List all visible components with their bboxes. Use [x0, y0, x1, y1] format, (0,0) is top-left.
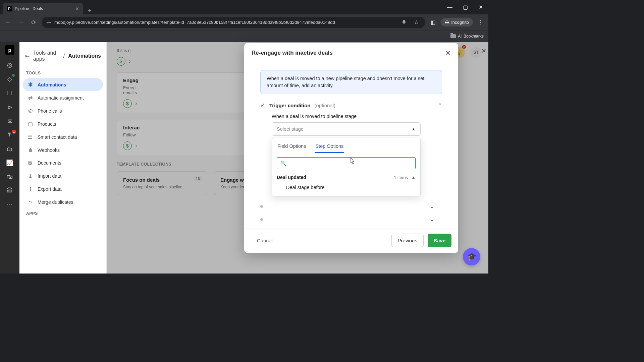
rail-contacts-icon[interactable]: 🗂	[7, 145, 13, 153]
close-window-icon[interactable]: ✕	[473, 0, 488, 14]
tab-step-options[interactable]: Step Options	[315, 142, 344, 153]
maximize-icon[interactable]: ▢	[458, 0, 473, 14]
rail-products-icon[interactable]: 🛍	[7, 173, 13, 180]
back-icon[interactable]: ←	[3, 19, 13, 26]
section-label-apps: APPS	[23, 208, 103, 219]
search-input[interactable]	[289, 161, 412, 166]
address-bar[interactable]: ⊶ moodjoy.pipedrive.com/settings/automat…	[42, 17, 425, 28]
rail-activities-icon[interactable]: 🗓1	[7, 132, 13, 139]
breadcrumb-current: Automations	[68, 53, 101, 59]
main-area: ✕ ⊞ ? 💡2 ST If it is n $› Engag Every t …	[107, 42, 488, 274]
option-deal-stage-before[interactable]: Deal stage before	[277, 180, 416, 193]
trigger-label: When a deal is moved to pipeline stage	[272, 114, 442, 119]
folder-icon	[450, 34, 456, 38]
rail-target-icon[interactable]: ◎	[7, 61, 12, 69]
section-label-tools: TOOLS	[23, 68, 103, 78]
sidebar-item-merge[interactable]: ⤳Merge duplicates	[23, 195, 103, 208]
minimize-icon[interactable]: —	[442, 0, 458, 14]
trigger-title: Trigger condition	[269, 103, 311, 108]
eye-off-icon[interactable]: 👁	[400, 19, 409, 25]
select-placeholder: Select stage	[277, 126, 304, 132]
sidebar-item-webhooks[interactable]: ⋔Webhooks	[23, 143, 103, 157]
close-tab-icon[interactable]: ✕	[75, 6, 79, 11]
stage-dropdown: Field Options Step Options 🔍 Deal update…	[272, 138, 421, 196]
incognito-badge[interactable]: 🕶 Incognito	[441, 18, 473, 26]
sidebar-item-import[interactable]: ⤓Import data	[23, 169, 103, 182]
bookmarks-label: All Bookmarks	[458, 34, 484, 39]
modal-title: Re-engage with inactive deals	[252, 50, 333, 56]
sidebar-item-automatic-assignment[interactable]: ⇄Automatic assignment	[23, 91, 103, 104]
save-button[interactable]: Save	[428, 234, 451, 247]
chevron-down-icon: ⌄	[430, 203, 434, 209]
incognito-icon: 🕶	[445, 20, 449, 25]
rail-deals-icon[interactable]: ◇	[7, 75, 12, 83]
cancel-button[interactable]: Cancel	[251, 234, 279, 247]
trigger-section-header[interactable]: ✓ Trigger condition (optional) ⌃	[260, 102, 442, 109]
menu-icon[interactable]: ⋮	[476, 19, 485, 25]
rail-insights-icon[interactable]: 📈	[6, 159, 13, 167]
sidebar-item-products[interactable]: ▢Products	[23, 117, 103, 130]
automation-icon: ✻	[27, 81, 34, 88]
rail-mail-icon[interactable]: ✉	[7, 118, 12, 125]
previous-button[interactable]: Previous	[391, 234, 424, 247]
automation-modal: Re-engage with inactive deals ✕ When a d…	[244, 43, 458, 253]
url-text: moodjoy.pipedrive.com/settings/automatio…	[54, 20, 396, 25]
caret-up-icon: ▲	[411, 175, 416, 180]
caret-up-icon: ▲	[412, 127, 416, 131]
site-info-icon[interactable]: ⊶	[46, 20, 51, 25]
optional-label: (optional)	[315, 103, 336, 108]
assignment-icon: ⇄	[27, 95, 34, 101]
graduation-cap-icon: 🎓	[467, 252, 476, 261]
favicon-icon: P	[7, 6, 12, 11]
help-fab[interactable]: 🎓	[463, 248, 480, 265]
side-panel: ⇤ Tools and apps / Automations TOOLS ✻Au…	[19, 42, 107, 274]
close-modal-icon[interactable]: ✕	[445, 49, 451, 57]
reload-icon[interactable]: ⟳	[29, 19, 38, 26]
breadcrumb: ⇤ Tools and apps / Automations	[23, 47, 103, 68]
check-icon: ✓	[260, 102, 265, 109]
all-bookmarks-button[interactable]: All Bookmarks	[450, 34, 484, 39]
side-panel-icon[interactable]: ◧	[429, 19, 437, 25]
rail-campaigns-icon[interactable]: ⊳	[7, 104, 12, 111]
search-icon: 🔍	[280, 161, 286, 166]
rail-marketplace-icon[interactable]: 🏛	[7, 187, 13, 194]
rail-projects-icon[interactable]: ☐	[7, 89, 12, 97]
group-deal-updated[interactable]: Deal updated 1 items▲	[277, 175, 416, 180]
sidebar-item-export[interactable]: ⤒Export data	[23, 182, 103, 195]
merge-icon: ⤳	[27, 199, 34, 205]
incognito-label: Incognito	[451, 20, 469, 25]
sidebar-item-documents[interactable]: 🗎Documents	[23, 157, 103, 169]
chevron-up-icon[interactable]: ⌃	[438, 102, 442, 109]
webhook-icon: ⋔	[27, 147, 34, 153]
sidebar-item-smart-contact[interactable]: ☰Smart contact data	[23, 130, 103, 143]
rail-more-icon[interactable]: ⋯	[7, 201, 13, 208]
select-stage[interactable]: Select stage ▲	[272, 122, 421, 136]
chevron-down-icon: ⌄	[430, 216, 434, 223]
documents-icon: 🗎	[27, 160, 34, 166]
left-rail: p ◎ ◇ ☐ ⊳ ✉ 🗓1 🗂 📈 🛍 🏛 ⋯	[0, 42, 19, 274]
contact-icon: ☰	[27, 134, 34, 140]
phone-icon: ✆	[27, 108, 34, 114]
tab-title: Pipeline - Deals	[15, 6, 72, 11]
new-tab-button[interactable]: +	[83, 7, 96, 14]
dropdown-search[interactable]: 🔍	[277, 157, 416, 169]
browser-tab[interactable]: P Pipeline - Deals ✕	[3, 3, 83, 14]
forward-icon[interactable]: →	[16, 19, 25, 26]
bullet-icon	[260, 205, 263, 208]
info-box: When a deal is moved to a new pipeline s…	[260, 70, 442, 94]
star-icon[interactable]: ☆	[412, 19, 421, 25]
sidebar-item-phone-calls[interactable]: ✆Phone calls	[23, 104, 103, 117]
collapsed-section[interactable]: ⌄	[260, 216, 442, 223]
sidebar-item-automations[interactable]: ✻Automations	[23, 78, 103, 91]
collapse-sidebar-icon[interactable]: ⇤	[25, 53, 30, 59]
products-icon: ▢	[27, 121, 34, 127]
import-icon: ⤓	[27, 173, 34, 179]
breadcrumb-parent[interactable]: Tools and apps	[33, 50, 60, 62]
tab-field-options[interactable]: Field Options	[277, 142, 307, 153]
collapsed-section[interactable]: ⌄	[260, 203, 442, 209]
bullet-icon	[260, 218, 263, 221]
app-logo-icon[interactable]: p	[5, 45, 14, 55]
export-icon: ⤒	[27, 186, 34, 192]
